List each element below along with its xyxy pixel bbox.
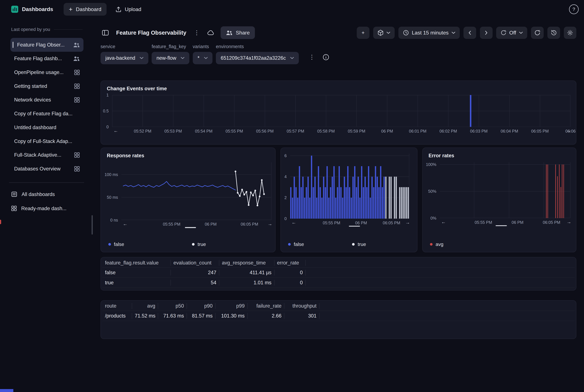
column-header-feature-flag-result-value[interactable]: feature_flag.result.value (102, 260, 171, 266)
pan-right-icon[interactable]: → (406, 220, 410, 225)
x-axis-label: 06 PM (205, 222, 217, 226)
filter-info-button[interactable] (321, 52, 331, 62)
pan-right-icon[interactable]: → (566, 128, 571, 134)
auto-refresh-selector[interactable]: Off (496, 27, 527, 39)
column-header-error-rate[interactable]: error_rate (274, 260, 306, 266)
history-button[interactable] (548, 27, 560, 39)
loading-bar (0, 389, 13, 392)
y-axis-label: 1 (106, 92, 109, 97)
cube-icon (378, 30, 384, 36)
people-icon (226, 30, 232, 35)
panel-response-rates: Response rates 100 ms50 ms0 ns 05:55 PM0… (100, 148, 276, 252)
chart-legend: falsetrue (101, 242, 275, 247)
dashboard-icon (74, 70, 80, 75)
sync-status-button[interactable] (206, 28, 216, 37)
new-dashboard-button[interactable]: + Dashboard (64, 3, 106, 16)
time-back-button[interactable] (464, 27, 476, 39)
chart-legend: falsetrue (281, 242, 417, 247)
chart-change-events[interactable] (112, 95, 570, 127)
collapse-sidebar-button[interactable] (100, 28, 110, 37)
sidebar-item-feature-flag-dashb[interactable]: Feature Flag dashb... (10, 52, 84, 66)
upload-button[interactable]: Upload (110, 3, 146, 16)
x-axis-label: 05:56 PM (256, 129, 274, 134)
column-header-p90[interactable]: p90 (187, 303, 216, 309)
resource-selector[interactable] (373, 27, 395, 39)
column-header-failure-rate[interactable]: failure_rate (248, 303, 284, 309)
legend-item-false[interactable]: false (288, 242, 352, 247)
y-axis-label: 100 ms (104, 172, 118, 177)
dashboard-icon (74, 97, 80, 103)
upload-label: Upload (125, 6, 141, 12)
time-range-selector[interactable]: Last 15 minutes (398, 27, 460, 39)
add-panel-button[interactable]: + (357, 27, 370, 39)
legend-item-false[interactable]: false (108, 242, 192, 247)
sidebar-scrollbar[interactable] (92, 215, 93, 234)
column-header-avg-response-time[interactable]: avg_response_time (219, 260, 274, 266)
column-header-evaluation-count[interactable]: evaluation_count (171, 260, 219, 266)
app-root: Dashboards + Dashboard Upload ? Last ope… (0, 0, 584, 392)
table-row[interactable]: false247411.41 µs0 (102, 268, 574, 278)
brand[interactable]: Dashboards (11, 6, 53, 13)
column-header-route[interactable]: route (102, 303, 132, 309)
chart-evaluations[interactable] (290, 154, 409, 219)
sidebar-section-label: Last opened by you (11, 27, 50, 32)
pan-right-icon[interactable]: → (566, 219, 571, 225)
history-icon (550, 30, 557, 36)
legend-item-true[interactable]: true (352, 242, 366, 247)
x-axis: 05:55 PM06 PM06:05 PM←→ (290, 218, 409, 228)
time-forward-button[interactable] (480, 27, 492, 39)
sidebar-item-label: Copy of Feature Flag da... (14, 111, 80, 116)
sidebar-item-openpipeline-usage[interactable]: OpenPipeline usage... (10, 66, 84, 80)
sidebar-item-copy-of-feature-flag-da[interactable]: Copy of Feature Flag da... (10, 107, 84, 121)
pan-left-icon[interactable]: ← (292, 220, 296, 225)
filter-dropdown-feature-flag-key[interactable]: new-flow (152, 52, 189, 64)
table-row[interactable]: /products71.52 ms71.63 ms81.57 ms101.30 … (102, 311, 574, 321)
help-button[interactable]: ? (569, 4, 579, 14)
y-axis-label: 6 (284, 153, 287, 158)
settings-button[interactable] (564, 27, 576, 39)
scroll-indicator[interactable] (496, 225, 507, 226)
pan-left-icon[interactable]: ← (441, 219, 446, 225)
alert-marker (0, 220, 1, 224)
filter-dropdown-service[interactable]: java-backend (100, 52, 148, 64)
sidebar-item-network-devices[interactable]: Network devices (10, 93, 84, 107)
people-icon (73, 42, 80, 48)
filter-menu-button[interactable]: ⋮ (308, 53, 316, 62)
legend-dot-icon (430, 243, 432, 246)
share-button[interactable]: Share (220, 26, 255, 39)
chart-response-rates[interactable] (121, 162, 272, 220)
column-header-avg[interactable]: avg (132, 303, 158, 309)
sidebar-item-getting-started[interactable]: Getting started (10, 79, 84, 93)
filter-label: environments (216, 44, 299, 49)
pan-right-icon[interactable]: → (268, 221, 272, 226)
column-header-p99[interactable]: p99 (216, 303, 248, 309)
refresh-button[interactable] (531, 27, 544, 39)
scroll-indicator[interactable] (349, 226, 360, 227)
scroll-indicator[interactable] (185, 227, 196, 228)
sidebar-item-untitled-dashboard[interactable]: Untitled dashboard (10, 121, 84, 134)
dashboard-header: Feature Flag Observability ⋮ Share + (100, 26, 576, 39)
sidebar-item-databases-overview[interactable]: Databases Overview (10, 162, 84, 176)
table-row[interactable]: true541.01 ms0 (102, 278, 574, 288)
pan-left-icon[interactable]: ← (114, 128, 118, 134)
dashboard-menu-button[interactable]: ⋮ (192, 28, 201, 37)
legend-item-true[interactable]: true (192, 242, 206, 247)
sidebar-item-full-stack-adaptive[interactable]: Full-Stack Adaptive... (10, 148, 84, 162)
sidebar-item-ready-made-dash[interactable]: Ready-made dash... (0, 201, 93, 216)
filter-dropdown-environments[interactable]: 651209c374a1f02aa2a3226c (216, 52, 299, 64)
pan-left-icon[interactable]: ← (123, 221, 128, 226)
legend-item-avg[interactable]: avg (430, 242, 443, 247)
column-header-p50[interactable]: p50 (158, 303, 187, 309)
panel-flag-table: feature_flag.result.valueevaluation_coun… (100, 257, 576, 290)
panel-evaluations: 6420 05:55 PM06 PM06:05 PM←→ falsetrue (280, 148, 418, 252)
x-axis-label: 06:04 PM (500, 129, 518, 134)
sidebar-item-copy-of-full-stack-adap[interactable]: Copy of Full-Stack Adap... (10, 134, 84, 148)
legend-label: true (198, 242, 206, 247)
chart-error-rates[interactable] (440, 162, 570, 218)
y-axis: 6420 (281, 154, 290, 219)
sidebar-item-all-dashboards[interactable]: All dashboards (0, 187, 93, 201)
sidebar-item-feature-flag-obser[interactable]: Feature Flag Obser... (10, 38, 84, 52)
table-cell: 54 (171, 280, 219, 286)
column-header-throughput[interactable]: throughput (284, 303, 319, 309)
filter-dropdown-variants[interactable]: * (193, 52, 212, 64)
